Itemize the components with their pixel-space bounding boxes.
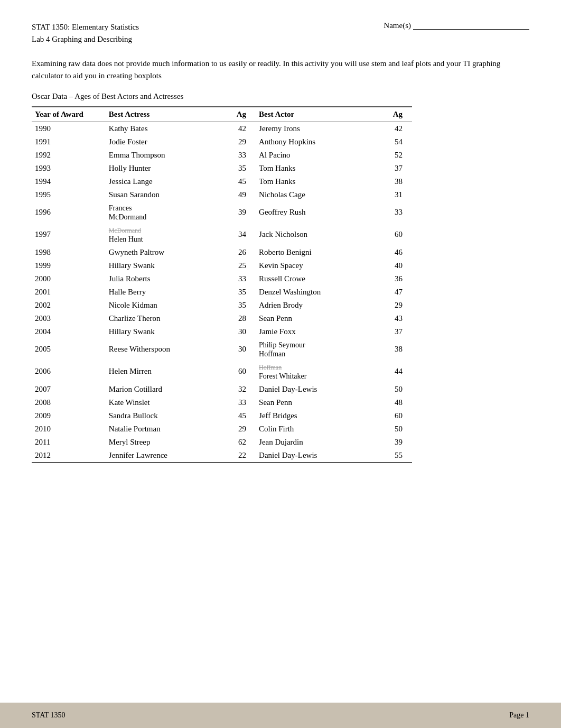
cell-year: 1995 [32, 188, 106, 201]
cell-actor: Jeremy Irons [256, 122, 385, 135]
cell-year: 1993 [32, 162, 106, 175]
cell-year: 2003 [32, 312, 106, 325]
cell-age2: 39 [385, 436, 412, 449]
cell-actor: Roberto Benigni [256, 246, 385, 259]
table-row: 1999 Hillary Swank 25 Kevin Spacey 40 [32, 259, 412, 272]
cell-actor: Jamie Foxx [256, 325, 385, 338]
cell-age2: 37 [385, 162, 412, 175]
cell-actress: Marion Cotillard [106, 383, 229, 396]
cell-actress: Reese Witherspoon [106, 338, 229, 361]
col-header-age2: Ag [385, 107, 412, 122]
cell-actress: Emma Thompson [106, 149, 229, 162]
cell-age1: 29 [229, 422, 256, 436]
table-row: 2003 Charlize Theron 28 Sean Penn 43 [32, 312, 412, 325]
cell-age1: 49 [229, 188, 256, 201]
oscar-table: Year of Award Best Actress Ag Best Actor… [32, 106, 412, 463]
cell-actress: McDormandHelen Hunt [106, 224, 229, 246]
cell-actor: Adrien Brody [256, 299, 385, 312]
table-row: 2006 Helen Mirren 60 HoffmanForest Whita… [32, 361, 412, 383]
cell-actor: Jean Dujardin [256, 436, 385, 449]
cell-age2: 42 [385, 122, 412, 135]
cell-actor: Nicholas Cage [256, 188, 385, 201]
table-row: 2007 Marion Cotillard 32 Daniel Day-Lewi… [32, 383, 412, 396]
cell-age1: 28 [229, 312, 256, 325]
footer-right: Page 1 [509, 711, 529, 720]
cell-year: 1998 [32, 246, 106, 259]
cell-age2: 44 [385, 361, 412, 383]
cell-age1: 45 [229, 175, 256, 188]
cell-age2: 36 [385, 272, 412, 285]
cell-age1: 62 [229, 436, 256, 449]
cell-age1: 33 [229, 272, 256, 285]
cell-actor: Denzel Washington [256, 285, 385, 299]
cell-year: 2011 [32, 436, 106, 449]
cell-actress: Holly Hunter [106, 162, 229, 175]
cell-age1: 29 [229, 135, 256, 149]
cell-actor: Russell Crowe [256, 272, 385, 285]
cell-age1: 39 [229, 201, 256, 224]
table-row: 2008 Kate Winslet 33 Sean Penn 48 [32, 396, 412, 409]
cell-age1: 34 [229, 224, 256, 246]
cell-actor: Geoffrey Rush [256, 201, 385, 224]
cell-year: 2008 [32, 396, 106, 409]
table-row: 2004 Hillary Swank 30 Jamie Foxx 37 [32, 325, 412, 338]
cell-age2: 55 [385, 449, 412, 463]
cell-actor: Kevin Spacey [256, 259, 385, 272]
page-header: STAT 1350: Elementary Statistics Lab 4 G… [32, 21, 529, 45]
intro-text: Examining raw data does not provide much… [32, 58, 529, 82]
cell-actress: Gwyneth Paltrow [106, 246, 229, 259]
cell-actress: Charlize Theron [106, 312, 229, 325]
col-header-actor: Best Actor [256, 107, 385, 122]
cell-age2: 31 [385, 188, 412, 201]
cell-actor: Philip SeymourHoffman [256, 338, 385, 361]
header-left: STAT 1350: Elementary Statistics Lab 4 G… [32, 21, 139, 45]
cell-actor: Daniel Day-Lewis [256, 383, 385, 396]
cell-year: 2007 [32, 383, 106, 396]
table-row: 2012 Jennifer Lawrence 22 Daniel Day-Lew… [32, 449, 412, 463]
col-header-age1: Ag [229, 107, 256, 122]
cell-age1: 30 [229, 325, 256, 338]
cell-age2: 33 [385, 201, 412, 224]
cell-actress: Sandra Bullock [106, 409, 229, 422]
col-header-year: Year of Award [32, 107, 106, 122]
cell-age1: 32 [229, 383, 256, 396]
table-row: 2001 Halle Berry 35 Denzel Washington 47 [32, 285, 412, 299]
cell-year: 1991 [32, 135, 106, 149]
table-row: 1990 Kathy Bates 42 Jeremy Irons 42 [32, 122, 412, 135]
cell-age1: 45 [229, 409, 256, 422]
col-header-actress: Best Actress [106, 107, 229, 122]
cell-year: 1994 [32, 175, 106, 188]
cell-actress: Kate Winslet [106, 396, 229, 409]
cell-age1: 30 [229, 338, 256, 361]
cell-actor: Tom Hanks [256, 175, 385, 188]
cell-age1: 33 [229, 396, 256, 409]
footer-left: STAT 1350 [32, 711, 66, 720]
cell-age2: 48 [385, 396, 412, 409]
cell-actress: Julia Roberts [106, 272, 229, 285]
cell-age1: 26 [229, 246, 256, 259]
cell-year: 2002 [32, 299, 106, 312]
cell-actor: Sean Penn [256, 396, 385, 409]
cell-year: 1999 [32, 259, 106, 272]
cell-age1: 60 [229, 361, 256, 383]
table-row: 1993 Holly Hunter 35 Tom Hanks 37 [32, 162, 412, 175]
cell-age2: 60 [385, 409, 412, 422]
cell-year: 2010 [32, 422, 106, 436]
table-row: 2005 Reese Witherspoon 30 Philip Seymour… [32, 338, 412, 361]
cell-age1: 25 [229, 259, 256, 272]
cell-actress: Jessica Lange [106, 175, 229, 188]
table-row: 1994 Jessica Lange 45 Tom Hanks 38 [32, 175, 412, 188]
cell-year: 2001 [32, 285, 106, 299]
table-row: 1992 Emma Thompson 33 Al Pacino 52 [32, 149, 412, 162]
cell-year: 2005 [32, 338, 106, 361]
cell-age2: 40 [385, 259, 412, 272]
cell-age2: 54 [385, 135, 412, 149]
name-underline[interactable] [413, 22, 529, 30]
cell-age2: 50 [385, 422, 412, 436]
cell-age1: 35 [229, 162, 256, 175]
table-row: 2000 Julia Roberts 33 Russell Crowe 36 [32, 272, 412, 285]
table-row: 2009 Sandra Bullock 45 Jeff Bridges 60 [32, 409, 412, 422]
cell-age1: 35 [229, 285, 256, 299]
course-title: STAT 1350: Elementary Statistics [32, 21, 139, 33]
cell-actor: Al Pacino [256, 149, 385, 162]
